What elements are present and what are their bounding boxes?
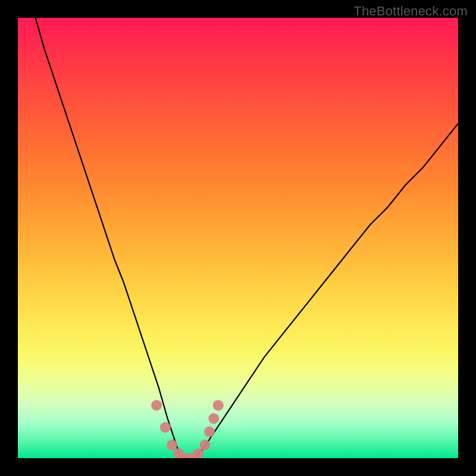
datapoint <box>151 400 162 411</box>
datapoint-group <box>151 400 224 458</box>
datapoint <box>186 453 197 458</box>
datapoint <box>167 440 177 450</box>
watermark-text: TheBottleneck.com <box>353 4 468 19</box>
datapoint <box>180 453 190 458</box>
datapoint <box>204 427 215 437</box>
datapoint <box>213 400 224 411</box>
datapoint <box>200 440 211 450</box>
datapoint <box>193 449 203 458</box>
bottleneck-curve <box>36 18 458 458</box>
datapoint <box>208 413 219 424</box>
datapoint <box>160 422 171 433</box>
bottleneck-curve-svg <box>18 18 458 458</box>
datapoint <box>173 449 184 458</box>
chart-plot-area <box>18 18 458 458</box>
